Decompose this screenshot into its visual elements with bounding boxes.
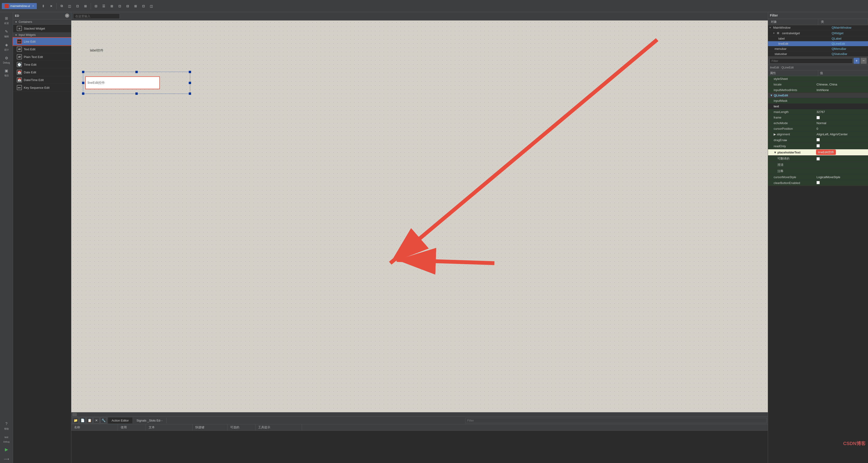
bottom-tab-action[interactable]: Action Editor <box>108 418 133 423</box>
col-tooltip: 工具提示 <box>255 424 302 430</box>
toolbar-save-btn[interactable]: ⊡ <box>74 2 81 10</box>
stacked-widget-label: Stacked Widget <box>24 27 45 30</box>
plain-text-edit-item[interactable]: AI Plain Text Edit <box>13 53 71 61</box>
dragenabled-check[interactable] <box>816 138 820 141</box>
action-new-btn[interactable]: 📁 <box>72 417 79 424</box>
handle-mr[interactable] <box>189 82 191 84</box>
tree-item-label[interactable]: label QLabel <box>768 36 868 41</box>
sidebar-item-help[interactable]: ? 帮助 <box>1 420 12 432</box>
tab-mainwindow[interactable]: mainwindow.ui × <box>2 3 37 9</box>
time-edit-item[interactable]: 🕐 Time Edit <box>13 61 71 68</box>
prop-value-text[interactable] <box>815 104 868 109</box>
bottom-table-header: 名称 使用 文本 快捷键 可选的 工具提示 <box>71 424 768 431</box>
datetime-edit-item[interactable]: 📅 Date/Time Edit <box>13 76 71 84</box>
frame-check[interactable]: ✓ <box>816 116 820 119</box>
toolbar-arrow-btn[interactable]: ⇕ <box>40 2 47 10</box>
widget-panel: ED × ▼ Containers ⊞ Stacked Widget ▼ Inp… <box>13 12 71 463</box>
handle-tr[interactable] <box>189 71 191 73</box>
prop-value-stylesheet[interactable] <box>815 76 868 82</box>
sidebar-item-edit[interactable]: ✎ 编辑 <box>1 27 12 40</box>
prop-row-frame: frame ✓ <box>768 115 868 121</box>
h-scrollbar[interactable] <box>71 412 768 417</box>
prop-row-text: text <box>768 104 868 109</box>
toolbar-layout7[interactable]: ⊡ <box>140 2 147 10</box>
toolbar-close-btn[interactable]: ✕ <box>48 2 55 10</box>
toolbar-layout4[interactable]: ⊡ <box>116 2 124 10</box>
label-label: label <box>777 37 831 40</box>
prop-row-cursormovestyle: cursorMoveStyle LogicalMoveStyle <box>768 174 868 180</box>
toolbar-open-btn[interactable]: ◫ <box>66 2 73 10</box>
canvas-content[interactable]: label控件 lineEdit <box>71 21 768 417</box>
tree-item-mainwindow[interactable]: ▼ MainWindow QMainWindow <box>768 25 868 30</box>
tree-item-menubar[interactable]: menubar QMenuBar <box>768 46 868 52</box>
toolbar-layout1[interactable]: ⊟ <box>92 2 100 10</box>
h-scrollbar-thumb[interactable] <box>72 413 77 416</box>
stacked-widget-item[interactable]: ⊞ Stacked Widget <box>13 25 71 32</box>
readonly-check[interactable] <box>816 144 820 147</box>
handle-bl[interactable] <box>82 93 84 95</box>
toolbar-layout6[interactable]: ⊞ <box>132 2 140 10</box>
action-open-btn[interactable]: 📄 <box>79 417 86 424</box>
handle-ml[interactable] <box>82 82 84 84</box>
prop-filter-input[interactable] <box>769 58 852 64</box>
prop-value-inputmask[interactable] <box>815 98 868 104</box>
time-edit-label: Time Edit <box>24 63 36 66</box>
tree-item-lineedit[interactable]: lineEdit QLineEdit <box>768 41 868 46</box>
prop-name-stylesheet: styleSheet <box>768 76 815 82</box>
sidebar-item-welcome[interactable]: ⊞ 欢迎 <box>1 14 12 26</box>
bottom-tab-signals[interactable]: Signals _Slots Ed··· <box>133 418 167 423</box>
canvas-lineedit-widget[interactable]: lineEdit控件 <box>85 76 160 89</box>
canvas-filter-input[interactable] <box>73 13 120 19</box>
prop-value-comment[interactable] <box>815 168 868 174</box>
input-widgets-section-header[interactable]: ▼ Input Widgets <box>13 32 71 38</box>
containers-arrow: ▼ <box>15 21 17 23</box>
stacked-widget-icon: ⊞ <box>17 26 22 31</box>
tree-item-centralwidget[interactable]: ▼ ⊞ centralwidget QWidget <box>768 30 868 36</box>
line-edit-item[interactable]: abc Line Edit <box>13 38 71 45</box>
prop-value-frame: ✓ <box>815 115 868 121</box>
clearbtn-check[interactable] <box>816 181 820 184</box>
action-copy-btn[interactable]: 📋 <box>86 417 93 424</box>
key-seq-edit-item[interactable]: abc Key Sequence Edit <box>13 84 71 92</box>
prop-value-clarify[interactable] <box>815 162 868 168</box>
prop-panel: styleSheet locale Chinese, China inputMe… <box>768 76 868 463</box>
prop-add-btn[interactable]: + <box>854 58 860 64</box>
date-edit-item[interactable]: 📅 Date Edit <box>13 68 71 76</box>
tab-close-btn[interactable]: × <box>32 4 34 8</box>
sidebar-item-test[interactable]: test Debug <box>1 433 12 444</box>
prop-value-echomode: Normal <box>815 121 868 126</box>
sidebar-item-design[interactable]: ◈ 设计 <box>1 40 12 53</box>
bottom-tabs: 📁 📄 📋 ✕ 🔧 Action Editor Signals _Slots E… <box>71 417 768 424</box>
handle-tl[interactable] <box>82 71 84 73</box>
handle-bm[interactable] <box>135 93 138 95</box>
canvas-lineedit-text: lineEdit控件 <box>88 81 105 85</box>
sidebar-item-debug[interactable]: ⚙ Debug <box>1 54 12 65</box>
action-settings-btn[interactable]: 🔧 <box>100 417 107 424</box>
toolbar-new-btn[interactable]: ⧉ <box>58 2 65 10</box>
translatable-check[interactable]: ✓ <box>816 157 820 161</box>
toolbar-layout3[interactable]: ⊞ <box>108 2 116 10</box>
sidebar-item-project[interactable]: ▣ 项目 <box>1 66 12 79</box>
prop-row-clearbtn: clearButtonEnabled <box>768 180 868 186</box>
action-delete-btn[interactable]: ✕ <box>93 417 100 424</box>
containers-section-header[interactable]: ▼ Containers <box>13 19 71 25</box>
tree-item-statusbar[interactable]: statusbar QStatusBar <box>768 52 868 57</box>
centralwidget-icon: ⊞ <box>776 31 780 35</box>
widget-panel-close-btn[interactable]: × <box>65 13 69 18</box>
handle-tm[interactable] <box>135 71 138 73</box>
time-edit-icon: 🕐 <box>17 62 22 67</box>
welcome-icon: ⊞ <box>4 15 9 21</box>
bottom-filter-input[interactable] <box>465 418 767 423</box>
sidebar-item-run[interactable]: ▶ <box>1 445 12 454</box>
text-edit-item[interactable]: AI Text Edit <box>13 45 71 53</box>
toolbar-layout8[interactable]: ◫ <box>148 2 155 10</box>
sidebar-item-deploy[interactable]: ⟶ <box>1 455 12 463</box>
handle-br[interactable] <box>189 93 191 95</box>
toolbar-layout5[interactable]: ⊟ <box>124 2 131 10</box>
toolbar-layout2[interactable]: ☰ <box>100 2 107 10</box>
toolbar-saveas-btn[interactable]: ⊞ <box>82 2 89 10</box>
sidebar-label-test: Debug <box>3 441 9 443</box>
prop-minus-btn[interactable]: − <box>861 58 867 64</box>
tab-label: mainwindow.ui <box>10 4 30 8</box>
key-seq-edit-icon: abc <box>17 85 22 90</box>
